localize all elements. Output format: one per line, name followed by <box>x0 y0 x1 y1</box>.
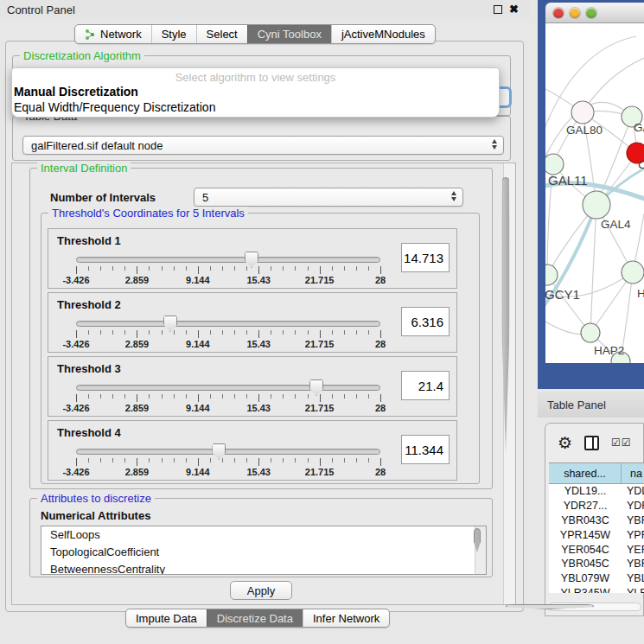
tick-label: 28 <box>375 467 386 477</box>
node-label-partial-top: GA <box>634 121 644 134</box>
tick-label: 15.43 <box>246 275 271 285</box>
tick-label: 21.715 <box>305 339 335 349</box>
threshold-2-label: Threshold 2 <box>57 298 121 311</box>
tick-label: -3.426 <box>62 339 89 349</box>
attribute-item-topologicalcoefficient[interactable]: TopologicalCoefficient <box>41 544 486 561</box>
table-row[interactable]: YBL079WYBL0 <box>549 571 644 586</box>
threshold-3-label: Threshold 3 <box>57 362 121 375</box>
number-of-intervals-combobox[interactable]: 5 <box>194 188 463 207</box>
close-icon[interactable]: ✖ <box>509 4 519 14</box>
slider-track[interactable] <box>76 449 380 455</box>
tick-label: -3.426 <box>62 467 89 477</box>
settings-gear-icon[interactable]: ⚙ <box>558 435 572 451</box>
node-label-hap2: HAP2 <box>594 344 624 357</box>
tab-infer-network[interactable]: Infer Network <box>303 609 389 627</box>
control-panel-titlebar: Control Panel ✖ <box>0 0 529 19</box>
tab-cyni-toolbox[interactable]: Cyni Toolbox <box>247 25 331 43</box>
split-columns-icon[interactable] <box>584 436 599 450</box>
threshold-4-value-field[interactable]: 11.344 <box>401 435 450 464</box>
tab-style[interactable]: Style <box>151 25 196 43</box>
algorithm-option-manual[interactable]: Manual Discretization <box>12 84 499 99</box>
vertical-scrollbar[interactable] <box>503 163 515 604</box>
table-row[interactable]: YBR045CYBR0 <box>549 557 644 571</box>
table-row[interactable]: YLR345WYLR3 <box>549 586 644 593</box>
threshold-3-slider[interactable]: -3.426 2.859 9.144 15.43 21.715 28 <box>76 379 380 416</box>
attribute-item-betweennesscentrality[interactable]: BetweennessCentrality <box>41 561 486 575</box>
attributes-scrollbar-thumb[interactable] <box>474 528 481 552</box>
tab-network[interactable]: Network <box>75 25 151 43</box>
node-label-partial-right: C <box>638 158 644 171</box>
tab-select[interactable]: Select <box>196 25 247 43</box>
table-panel: ⚙ ☑☑ shared... na YDL19...YDL1 YDR27...Y… <box>545 423 644 616</box>
attributes-scrollbar[interactable] <box>475 526 486 574</box>
tab-select-label: Select <box>207 28 238 41</box>
column-header-name[interactable]: na <box>622 463 644 483</box>
algorithm-option-equal-width[interactable]: Equal Width/Frequency Discretization <box>12 99 499 115</box>
table-header-row: shared... na <box>549 462 644 484</box>
network-tab-icon <box>85 29 96 40</box>
tick-label: 9.144 <box>186 275 210 285</box>
tab-discretize-data[interactable]: Discretize Data <box>207 609 303 627</box>
close-traffic-light-icon[interactable] <box>553 8 564 18</box>
table-horizontal-scrollbar[interactable] <box>548 603 641 611</box>
table-data-combobox-value: galFiltered.sif default node <box>31 139 163 152</box>
node-gal4 <box>583 191 610 219</box>
threshold-2-slider[interactable]: -3.426 2.859 9.144 15.43 21.715 28 <box>76 316 380 352</box>
node-label-gcy1: GCY1 <box>545 287 580 302</box>
slider-track[interactable] <box>76 257 380 263</box>
threshold-4-slider[interactable]: -3.426 2.859 9.144 15.43 21.715 28 <box>76 443 380 480</box>
tick-label: 2.859 <box>125 467 150 477</box>
table-data-combobox[interactable]: galFiltered.sif default node <box>22 136 504 155</box>
threshold-1-label: Threshold 1 <box>57 234 121 247</box>
tab-cyni-toolbox-label: Cyni Toolbox <box>258 28 322 41</box>
table-panel-title: Table Panel <box>538 399 606 411</box>
tick-label: 21.715 <box>305 275 335 285</box>
apply-button[interactable]: Apply <box>230 581 292 600</box>
threshold-3-value-field[interactable]: 21.4 <box>401 371 450 400</box>
node-label-partial-h: H <box>637 287 644 300</box>
zoom-traffic-light-icon[interactable] <box>586 8 596 18</box>
combobox-stepper-icon <box>492 139 497 150</box>
network-view-window: GAL80 GA GAL11 C GAL4 GCY1 H HAP2 <box>538 0 644 389</box>
float-window-icon[interactable] <box>494 5 502 14</box>
tick-label: 28 <box>375 403 386 413</box>
network-canvas[interactable]: GAL80 GA GAL11 C GAL4 GCY1 H HAP2 <box>545 23 644 363</box>
minimize-traffic-light-icon[interactable] <box>570 8 580 18</box>
node-gal80 <box>571 101 594 124</box>
threshold-1-slider[interactable]: -3.426 2.859 9.144 15.43 21.715 28 <box>76 252 380 288</box>
threshold-coordinates-group-title: Threshold's Coordinates for 5 Intervals <box>48 207 248 220</box>
tick-label: -3.426 <box>62 275 89 285</box>
attribute-item-selfloops[interactable]: SelfLoops <box>41 526 486 544</box>
threshold-4-panel: Threshold 4 -3.426 2.859 9.144 15.43 21.… <box>48 420 457 481</box>
table-rows: YDL19...YDL1 YDR27...YDR2 YBR043CYBR0 YP… <box>549 484 644 593</box>
table-row[interactable]: YDL19...YDL1 <box>549 484 644 499</box>
table-row[interactable]: YDR27...YDR2 <box>549 499 644 513</box>
table-row[interactable]: YER054CYER0 <box>549 542 644 557</box>
node-label-gal80: GAL80 <box>566 124 603 137</box>
vertical-scrollbar-thumb[interactable] <box>502 177 510 454</box>
number-of-intervals-label: Number of Intervals <box>50 191 156 204</box>
slider-track[interactable] <box>76 321 380 327</box>
tick-label: 2.859 <box>125 403 150 413</box>
tab-network-label: Network <box>100 28 142 41</box>
threshold-1-value-field[interactable]: 14.713 <box>401 243 450 272</box>
network-window-titlebar[interactable] <box>545 3 644 23</box>
tick-label: 9.144 <box>186 467 210 477</box>
threshold-4-label: Threshold 4 <box>57 426 121 439</box>
table-panel-titlebar: Table Panel <box>538 392 644 418</box>
threshold-3-panel: Threshold 3 -3.426 2.859 9.144 15.43 21.… <box>48 356 457 417</box>
table-row[interactable]: YBR043CYBR0 <box>549 513 644 528</box>
tab-jactivemnodules[interactable]: jActiveMNodules <box>331 25 435 43</box>
tab-infer-network-label: Infer Network <box>313 612 379 625</box>
checkbox-filter-icons[interactable]: ☑☑ <box>611 437 632 449</box>
tick-label: 2.859 <box>125 275 150 285</box>
threshold-1-panel: Threshold 1 -3.426 2.859 9.144 15.43 21.… <box>48 228 457 289</box>
slider-track[interactable] <box>76 385 380 391</box>
node-label-gal4: GAL4 <box>601 218 631 231</box>
column-header-shared[interactable]: shared... <box>549 463 622 483</box>
tab-impute-data[interactable]: Impute Data <box>126 609 207 627</box>
tick-label: -3.426 <box>62 403 89 413</box>
slider-ticks <box>76 266 380 271</box>
threshold-2-value-field[interactable]: 6.316 <box>401 307 450 336</box>
table-row[interactable]: YPR145WYPR1 <box>549 527 644 542</box>
